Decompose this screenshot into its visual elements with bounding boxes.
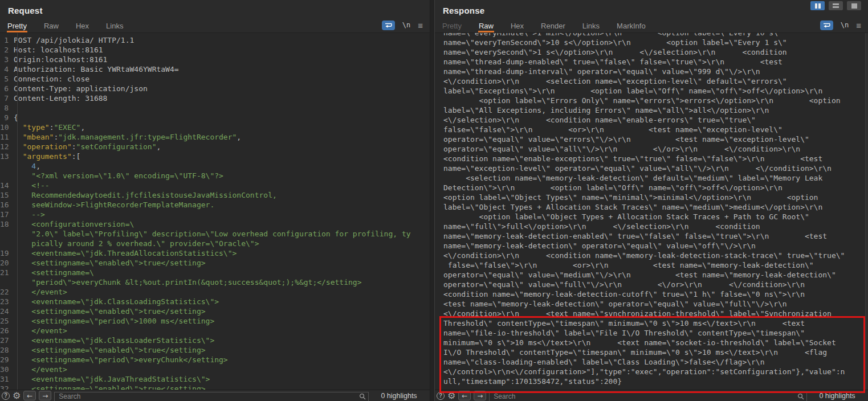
code-line: 29 <settingname=\"period\">everyChunk</s… [0,355,430,365]
code-line: 4Authorization: Basic YWRtaW46YWRtaW4= [0,64,430,74]
tab-hex[interactable]: Hex [510,19,524,32]
layout-single-button[interactable] [847,1,861,10]
gear-icon[interactable]: ⚙ [447,391,455,400]
code-line: 2Host: localhost:8161 [0,45,430,55]
code-line: 16 seeWindow->FlightRecorderTemplateMana… [0,200,430,210]
search-input[interactable] [489,392,807,401]
code-line: label=\"Object Types + Allocation Stack … [443,202,868,212]
code-line: <condition name=\"memory-leak-detection-… [443,289,868,299]
code-line: Detection\">\r\n <option label=\"Off\" n… [443,183,868,193]
request-tabs: PrettyRawHexLinks [7,19,140,32]
tab-hex[interactable]: Hex [75,19,89,32]
tab-pretty[interactable]: Pretty [442,19,462,32]
tab-markinfo[interactable]: MarkInfo [616,19,646,32]
layout-columns-button[interactable] [810,1,825,10]
response-panel: Response PrettyRawHexRenderLinksMarkInfo [434,0,868,401]
code-line: 17 --> [0,210,430,219]
code-line: label=\"All Exceptions, including Errors… [443,105,868,115]
search-input[interactable] [54,392,369,401]
prev-match-button[interactable]: ← [458,391,471,400]
editor-menu-icon[interactable]: ≡ [418,21,423,30]
layout-buttons [810,1,861,10]
response-header: Response [435,0,868,19]
code-line: 11 "mbean":"jdk.management.jfr:type=Flig… [0,132,430,142]
code-line: 15 Recommendedwaytoedit.jfcfilesistouseJ… [0,190,430,200]
code-line: name=\"memory-leak-detection\" operator=… [443,241,868,251]
tab-raw[interactable]: Raw [478,19,494,32]
prev-match-button[interactable]: ← [23,391,36,400]
response-searchbar: ? ⚙ ← → 0 highlights [435,390,868,401]
code-line: name=\"everyMinute\">1 min<\/option>\r\n… [443,33,868,38]
word-wrap-icon[interactable] [820,21,833,30]
code-line: 19 <eventname=\"jdk.ThreadAllocationStat… [0,248,430,258]
code-line: <selection name=\"memory-leak-detection\… [443,173,868,183]
code-line: name=\"memory-leak-detection-enabled\" t… [443,231,868,241]
request-searchbar: ? ⚙ ← → 0 highlights [0,390,430,401]
code-line: "2.0\" label=\"Profiling\" description=\… [0,229,430,239]
code-line: <\/selection>\r\n <condition name=\"enab… [443,115,868,125]
tab-links[interactable]: Links [582,19,600,32]
code-line: name=\"everyTenSecond\">10 s<\/option>\r… [443,38,868,47]
code-line: 1POST /api/jolokia/ HTTP/1.1 [0,35,430,45]
code-line: 23 <eventname=\"jdk.ClassLoadingStatisti… [0,297,430,306]
code-line: 5Connection: close [0,74,430,84]
code-line: minimum=\"0 s\">10 ms<\/text>\r\n <text … [443,338,868,347]
newline-toggle[interactable]: \n [841,21,849,29]
code-line: name=\"exception-level\" operator=\"equa… [443,163,868,173]
code-line: 12 "operation":"setConfiguration", [0,142,430,152]
response-scrollbar[interactable] [865,33,868,390]
newline-toggle[interactable]: \n [402,21,410,29]
layout-rows-button[interactable] [829,1,843,10]
code-line: 18 <configurationversion=\ [0,219,430,229]
code-line: name=\"thread-dump-enabled\" true=\"fals… [443,57,868,67]
code-line: operator=\"equal\" value=\"full\"\/>\r\n… [443,280,868,289]
next-match-button[interactable]: → [39,391,51,400]
code-line: 28 <settingname=\"enabled\">true</settin… [0,345,430,355]
gear-icon[interactable]: ⚙ [13,391,21,400]
search-icon [797,392,804,401]
request-tab-tools: \n ≡ [382,19,423,32]
response-tabbar: PrettyRawHexRenderLinksMarkInfo \n ≡ [435,19,868,33]
code-line: 6Content-Type: application/json [0,84,430,93]
code-line: 4, [0,161,430,171]
code-line: "<?xml version=\"1.0\" encoding=\"UTF-8\… [0,171,430,181]
panel-divider[interactable] [430,0,434,401]
tab-links[interactable]: Links [105,19,124,32]
code-line: 21 <settingname=\ [0,268,430,277]
response-editor[interactable]: name=\"everyMinute\">1 min<\/option>\r\n… [435,33,868,390]
request-tabbar: PrettyRawHexLinks \n ≡ [0,19,430,33]
search-field-wrap [54,391,369,400]
code-line: <condition name=\"enable-exceptions\" tr… [443,154,868,163]
code-line: ull,"timestamp":1701358472,"status":200} [443,377,868,386]
code-line: 14 <!-- [0,181,430,190]
code-line: operator=\"equal\" value=\"all\"\/>\r\n … [443,144,868,154]
tab-pretty[interactable]: Pretty [7,19,27,32]
code-line: 20 <settingname=\"enabled\">true</settin… [0,258,430,268]
help-icon[interactable]: ? [437,392,445,400]
code-line: name=\"class-loading-enabled\" label=\"C… [443,357,868,367]
code-line: 30 </event> [0,365,430,374]
code-line: 24 <settingname=\"enabled\">true</settin… [0,306,430,316]
tab-raw[interactable]: Raw [43,19,59,32]
word-wrap-icon[interactable] [382,21,395,30]
tab-render[interactable]: Render [540,19,566,32]
code-line: label=\"Exceptions\">\r\n <option label=… [443,86,868,96]
code-line: name=\"everySecond\">1 s<\/option>\r\n <… [443,47,868,57]
code-line: 25 <settingname=\"period\">1000 ms</sett… [0,316,430,326]
code-line: 10 "type":"EXEC", [0,122,430,132]
response-tab-tools: \n ≡ [820,19,861,32]
request-editor[interactable]: 1POST /api/jolokia/ HTTP/1.12Host: local… [0,33,430,390]
code-line: <\/control>\r\n<\/configuration>"],"type… [443,367,868,377]
next-match-button[interactable]: → [474,391,486,400]
code-line: name=\"full\">full<\/option>\r\n <\/sele… [443,222,868,231]
request-code: 1POST /api/jolokia/ HTTP/1.12Host: local… [0,35,430,390]
code-line: operator=\"equal\" value=\"errors\"\/>\r… [443,134,868,144]
help-icon[interactable]: ? [2,392,10,400]
code-line: 13 "arguments":[ [0,152,430,161]
editor-menu-icon[interactable]: ≡ [856,21,861,30]
code-line: "period\">everyChunk &lt;%out.printIn(&q… [0,277,430,287]
code-line: Threshold\" contentType=\"timespan\" min… [443,318,868,328]
code-line: <test name=\"memory-leak-detection\" ope… [443,299,868,309]
code-line: <option label=\"Object Types\" name=\"mi… [443,193,868,202]
code-line: pically around 2 % overhead.\" provider=… [0,239,430,248]
